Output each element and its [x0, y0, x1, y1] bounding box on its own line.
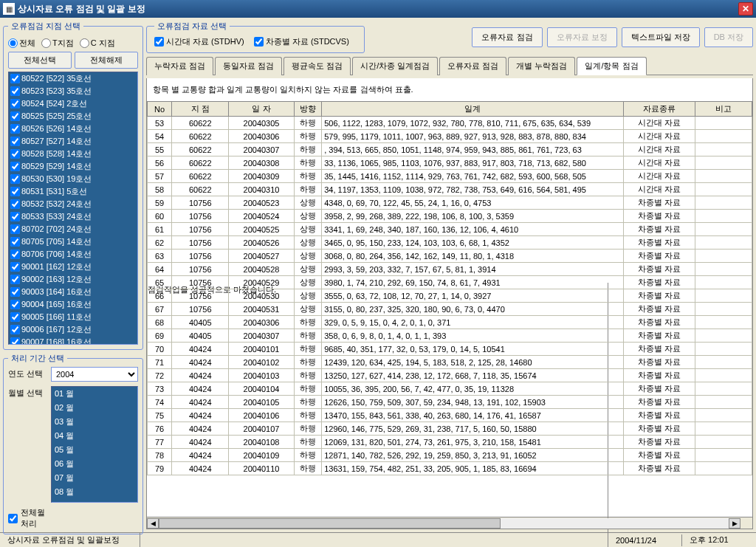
scroll-track[interactable] [159, 518, 729, 529]
point-item[interactable]: 80531 [531] 5호선 [9, 185, 137, 198]
table-row[interactable]: 784042420040109하행12871, 140, 782, 526, 2… [148, 449, 752, 462]
col-header[interactable]: 지 점 [172, 102, 229, 117]
point-checkbox[interactable] [10, 174, 20, 184]
month-item[interactable]: 03 월 [52, 415, 137, 429]
point-checkbox[interactable] [10, 212, 20, 221]
point-item[interactable]: 90004 [165] 16호선 [9, 298, 137, 311]
point-checkbox[interactable] [10, 199, 20, 209]
year-select[interactable]: 2004 [51, 367, 138, 382]
tab-0[interactable]: 누락자료 점검 [146, 57, 213, 75]
point-checkbox[interactable] [10, 312, 20, 322]
month-item[interactable]: 01 월 [52, 387, 137, 401]
point-checkbox[interactable] [10, 149, 20, 159]
point-checkbox[interactable] [10, 275, 20, 284]
point-checkbox[interactable] [10, 162, 20, 171]
radio-t[interactable]: T지점 [41, 38, 74, 49]
point-item[interactable]: 90006 [167] 12호선 [9, 323, 137, 336]
table-row[interactable]: 774042420040108하행12069, 131, 820, 501, 2… [148, 436, 752, 449]
table-row[interactable]: 671075620040531상행3155, 0, 80, 237, 325, … [148, 303, 752, 316]
point-item[interactable]: 90003 [164] 16호선 [9, 286, 137, 298]
col-header[interactable]: 비고 [695, 102, 752, 117]
point-item[interactable]: 80524 [524] 2호선 [9, 97, 137, 110]
radio-c[interactable]: C 지점 [80, 38, 115, 49]
point-item[interactable]: 80526 [526] 14호선 [9, 123, 137, 135]
point-item[interactable]: 80530 [530] 19호선 [9, 173, 137, 185]
point-item[interactable]: 80528 [528] 14호선 [9, 148, 137, 160]
tab-1[interactable]: 동일자료 점검 [215, 57, 282, 75]
tab-6[interactable]: 일계/항목 점검 [577, 57, 646, 75]
all-month-checkbox[interactable] [8, 514, 18, 523]
table-row[interactable]: 744042420040105하행12626, 150, 759, 509, 3… [148, 396, 752, 409]
table-row[interactable]: 566062220040308하행33, 1136, 1065, 985, 11… [148, 156, 752, 170]
table-row[interactable]: 651075620040529상행3980, 1, 74, 210, 292, … [148, 276, 752, 289]
table-row[interactable]: 764042420040107하행12960, 146, 775, 529, 2… [148, 422, 752, 436]
table-row[interactable]: 546062220040306하행579, 995, 1179, 1011, 1… [148, 130, 752, 143]
table-row[interactable]: 601075620040524상행3958, 2, 99, 268, 389, … [148, 210, 752, 223]
month-item[interactable]: 06 월 [52, 457, 137, 471]
point-item[interactable]: 80523 [523] 35호선 [9, 85, 137, 97]
month-item[interactable]: 04 월 [52, 429, 137, 443]
point-item[interactable]: 80533 [533] 24호선 [9, 210, 137, 223]
point-item[interactable]: 80529 [529] 14호선 [9, 160, 137, 173]
close-icon[interactable]: ✕ [738, 2, 753, 16]
month-item[interactable]: 05 월 [52, 443, 137, 457]
point-item[interactable]: 90005 [166] 11호선 [9, 311, 137, 323]
point-checkbox[interactable] [10, 86, 20, 96]
point-checkbox[interactable] [10, 224, 20, 234]
month-item[interactable]: 09 월 [52, 499, 137, 503]
table-row[interactable]: 724042420040103하행13250, 127, 627, 414, 2… [148, 369, 752, 382]
point-checkbox[interactable] [10, 287, 20, 297]
table-row[interactable]: 576062220040309하행35, 1445, 1416, 1152, 1… [148, 170, 752, 183]
point-checkbox[interactable] [10, 124, 20, 134]
scroll-thumb[interactable] [159, 518, 501, 529]
table-row[interactable]: 694040520040307하행358, 0, 6, 9, 8, 0, 1, … [148, 329, 752, 343]
point-item[interactable]: 80522 [522] 35호선 [9, 72, 137, 85]
chk-type[interactable]: 차종별 자료 (STDCVS) [254, 36, 349, 47]
point-checkbox[interactable] [10, 325, 20, 334]
point-checkbox[interactable] [10, 337, 20, 345]
table-row[interactable]: 631075620040527상행3068, 0, 80, 264, 356, … [148, 250, 752, 263]
table-row[interactable]: 611075620040525상행3341, 1, 69, 248, 340, … [148, 223, 752, 236]
save-text-button[interactable]: 텍스트파일 저장 [622, 27, 700, 47]
table-row[interactable]: 794042420040110하행13631, 159, 754, 482, 2… [148, 462, 752, 475]
horizontal-scrollbar[interactable]: ◀ ▶ [147, 517, 752, 529]
deselect-all-button[interactable]: 전체해제 [75, 52, 138, 69]
point-checkbox[interactable] [10, 99, 20, 109]
point-checkbox[interactable] [10, 187, 20, 196]
point-checkbox[interactable] [10, 74, 20, 83]
point-checkbox[interactable] [10, 237, 20, 247]
point-item[interactable]: 80525 [525] 25호선 [9, 110, 137, 123]
point-item[interactable]: 90007 [168] 16호선 [9, 336, 137, 345]
table-row[interactable]: 621075620040526상행3465, 0, 95, 150, 233, … [148, 236, 752, 250]
tab-3[interactable]: 시간/차종 일계점검 [352, 57, 438, 75]
col-header[interactable]: 방향 [294, 102, 322, 117]
table-row[interactable]: 556062220040307하행, 394, 513, 665, 850, 1… [148, 143, 752, 156]
month-item[interactable]: 07 월 [52, 471, 137, 485]
radio-all[interactable]: 전체 [8, 38, 35, 49]
tab-5[interactable]: 개별 누락점검 [508, 57, 575, 75]
table-row[interactable]: 714042420040102하행12439, 120, 634, 425, 1… [148, 356, 752, 369]
table-row[interactable]: 754042420040106하행13470, 155, 843, 561, 3… [148, 409, 752, 422]
month-item[interactable]: 08 월 [52, 485, 137, 499]
tab-2[interactable]: 평균속도 점검 [284, 57, 351, 75]
check-errors-button[interactable]: 오류자료 점검 [472, 27, 542, 47]
point-checkbox[interactable] [10, 250, 20, 259]
table-row[interactable]: 704042420040101하행9685, 40, 351, 177, 32,… [148, 343, 752, 356]
scroll-right-icon[interactable]: ▶ [729, 518, 740, 529]
col-header[interactable]: No [148, 102, 172, 117]
month-item[interactable]: 02 월 [52, 401, 137, 415]
point-item[interactable]: 80706 [706] 14호선 [9, 248, 137, 261]
col-header[interactable]: 자료종류 [623, 102, 695, 117]
col-header[interactable]: 일 자 [229, 102, 294, 117]
table-row[interactable]: 591075620040523상행4348, 0, 69, 70, 122, 4… [148, 196, 752, 210]
col-header[interactable]: 일계 [322, 102, 623, 117]
table-row[interactable]: 641075620040528상행2993, 3, 59, 203, 332, … [148, 263, 752, 276]
point-checkbox[interactable] [10, 137, 20, 146]
month-list[interactable]: 01 월02 월03 월04 월05 월06 월07 월08 월09 월10 월… [51, 386, 138, 503]
point-item[interactable]: 80527 [527] 14호선 [9, 135, 137, 148]
chk-time[interactable]: 시간대 자료 (STDHV) [154, 36, 244, 47]
point-item[interactable]: 80532 [532] 24호선 [9, 198, 137, 210]
point-item[interactable]: 90001 [162] 12호선 [9, 261, 137, 273]
point-item[interactable]: 80705 [705] 14호선 [9, 235, 137, 248]
point-checkbox[interactable] [10, 262, 20, 272]
